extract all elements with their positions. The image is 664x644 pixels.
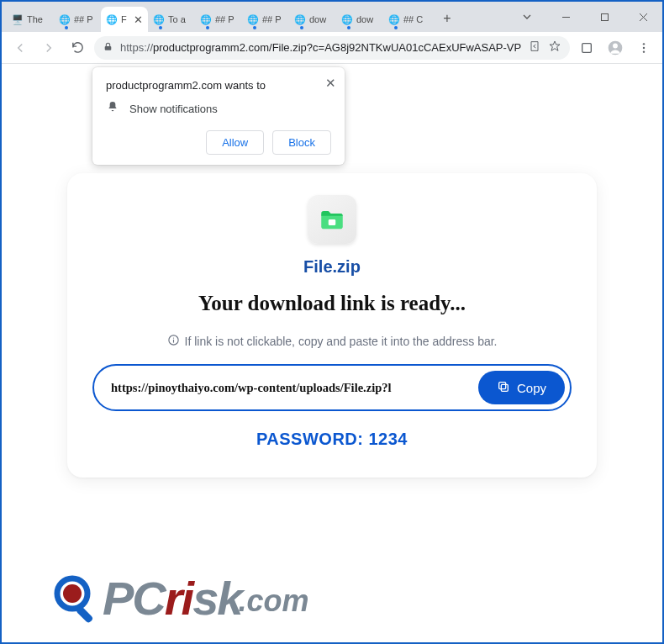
favicon-globe-icon: 🌐 xyxy=(388,13,400,25)
window-controls xyxy=(508,2,662,32)
extensions-icon[interactable] xyxy=(575,36,598,60)
back-button[interactable] xyxy=(8,36,32,60)
svg-point-17 xyxy=(63,584,82,603)
favicon-globe-icon: 🌐 xyxy=(200,13,212,25)
svg-point-8 xyxy=(643,50,645,52)
tab-5[interactable]: 🌐 ## P xyxy=(242,7,289,32)
download-link-text[interactable]: https://pinoythaiyo.com/wp-content/uploa… xyxy=(111,381,470,395)
loading-dot-icon xyxy=(300,26,303,29)
favicon-globe-icon: 🌐 xyxy=(341,13,353,25)
info-icon xyxy=(167,334,180,349)
tab-label: dow xyxy=(356,14,378,24)
favicon-robot-icon: 🖥️ xyxy=(12,13,24,25)
tab-0[interactable]: 🖥️ The xyxy=(7,7,54,32)
share-icon[interactable] xyxy=(528,40,541,55)
tab-label: To a xyxy=(168,14,190,24)
filename: File.zip xyxy=(303,257,361,277)
hint-text: If link is not clickable, copy and paste… xyxy=(167,334,498,349)
tab-3[interactable]: 🌐 To a xyxy=(148,7,195,32)
tab-7[interactable]: 🌐 dow xyxy=(336,7,383,32)
tab-label: ## P xyxy=(215,14,237,24)
forward-button[interactable] xyxy=(37,36,61,60)
svg-rect-14 xyxy=(501,384,508,391)
download-link-box: https://pinoythaiyo.com/wp-content/uploa… xyxy=(92,364,572,411)
favicon-globe-icon: 🌐 xyxy=(153,13,165,25)
tab-label: ## P xyxy=(74,14,96,24)
favicon-globe-icon: 🌐 xyxy=(294,13,306,25)
tab-label: dow xyxy=(309,14,331,24)
download-card: File.zip Your download link is ready... … xyxy=(67,173,597,478)
watermark-logo: PCrisk .com xyxy=(52,571,308,626)
menu-icon[interactable] xyxy=(632,36,656,60)
lock-icon xyxy=(103,41,113,55)
tab-4[interactable]: 🌐 ## P xyxy=(195,7,242,32)
notification-permission-popup: ✕ productprogramm2.com wants to Show not… xyxy=(92,67,345,165)
svg-rect-1 xyxy=(601,13,608,20)
close-button[interactable] xyxy=(624,2,662,32)
loading-dot-icon xyxy=(65,26,68,29)
reload-button[interactable] xyxy=(66,36,89,60)
tab-close-icon[interactable]: ✕ xyxy=(134,13,143,26)
svg-rect-2 xyxy=(105,45,112,50)
new-tab-button[interactable]: + xyxy=(435,7,459,30)
notification-message: Show notifications xyxy=(129,103,218,115)
loading-dot-icon xyxy=(206,26,209,29)
url-text: https://productprogramm2.com/File.zip?c=… xyxy=(120,41,521,54)
watermark-text: PCrisk xyxy=(103,571,241,626)
svg-rect-18 xyxy=(76,605,94,624)
favicon-globe-icon: 🌐 xyxy=(106,13,118,25)
svg-point-5 xyxy=(613,43,618,48)
tab-6[interactable]: 🌐 dow xyxy=(289,7,336,32)
block-button[interactable]: Block xyxy=(272,130,331,155)
svg-rect-10 xyxy=(329,219,336,225)
bell-icon xyxy=(106,100,119,117)
watermark-tld: .com xyxy=(238,583,308,619)
copy-button[interactable]: Copy xyxy=(478,371,565,404)
browser-toolbar: https://productprogramm2.com/File.zip?c=… xyxy=(2,32,662,64)
loading-dot-icon xyxy=(394,26,398,29)
headline: Your download link is ready... xyxy=(198,292,466,315)
magnifier-icon xyxy=(52,573,103,624)
profile-icon[interactable] xyxy=(603,36,627,60)
star-icon[interactable] xyxy=(548,40,561,55)
tab-strip: 🖥️ The 🌐 ## P 🌐 F ✕ 🌐 To a 🌐 ## P 🌐 ## P xyxy=(7,2,459,32)
tab-label: The xyxy=(27,14,49,24)
tab-2-active[interactable]: 🌐 F ✕ xyxy=(101,7,148,32)
close-icon[interactable]: ✕ xyxy=(325,76,336,91)
svg-point-6 xyxy=(643,43,645,45)
svg-point-7 xyxy=(643,46,645,48)
favicon-globe-icon: 🌐 xyxy=(59,13,71,25)
loading-dot-icon xyxy=(253,26,256,29)
allow-button[interactable]: Allow xyxy=(206,130,264,155)
loading-dot-icon xyxy=(159,26,162,29)
file-icon xyxy=(308,195,356,244)
tab-label: ## P xyxy=(262,14,284,24)
address-bar[interactable]: https://productprogramm2.com/File.zip?c=… xyxy=(94,36,570,60)
svg-rect-15 xyxy=(499,382,506,388)
browser-titlebar: 🖥️ The 🌐 ## P 🌐 F ✕ 🌐 To a 🌐 ## P 🌐 ## P xyxy=(2,2,662,32)
chevron-down-icon[interactable] xyxy=(508,2,546,32)
tab-1[interactable]: 🌐 ## P xyxy=(54,7,101,32)
svg-point-13 xyxy=(172,337,173,338)
svg-rect-3 xyxy=(582,43,592,52)
copy-icon xyxy=(497,380,510,396)
loading-dot-icon xyxy=(347,26,350,29)
maximize-button[interactable] xyxy=(585,2,624,32)
tab-label: ## C xyxy=(403,14,425,24)
tab-label: F xyxy=(121,14,129,24)
tab-8[interactable]: 🌐 ## C xyxy=(383,7,430,32)
notification-origin: productprogramm2.com wants to xyxy=(106,79,331,92)
favicon-globe-icon: 🌐 xyxy=(247,13,259,25)
password-text: PASSWORD: 1234 xyxy=(256,430,408,449)
minimize-button[interactable] xyxy=(546,2,585,32)
